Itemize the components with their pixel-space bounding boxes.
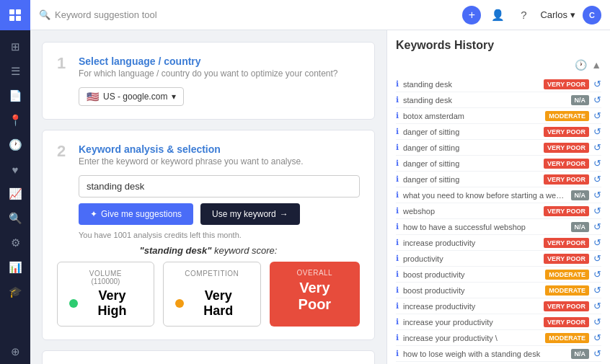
- refresh-icon[interactable]: ↺: [593, 174, 601, 185]
- history-list-item[interactable]: ℹ danger of sitting VERY POOR ↺: [396, 124, 601, 140]
- history-badge: MODERATE: [545, 333, 589, 343]
- history-keyword: danger of sitting: [403, 143, 539, 152]
- history-badge: VERY POOR: [544, 79, 589, 89]
- suggest-button[interactable]: ✦ Give me suggestions: [79, 203, 193, 225]
- nav-icon-search[interactable]: 🔍: [2, 207, 28, 230]
- overall-value: Very Poor: [281, 280, 348, 313]
- info-icon: ℹ: [396, 190, 399, 200]
- nav-icon-chart[interactable]: 📈: [2, 182, 28, 205]
- nav-icon-stats[interactable]: 📊: [2, 256, 28, 279]
- history-badge: VERY POOR: [544, 238, 589, 248]
- refresh-icon[interactable]: ↺: [593, 332, 601, 343]
- history-list-item[interactable]: ℹ increase productivity VERY POOR ↺: [396, 298, 601, 314]
- history-list-item[interactable]: ℹ danger of sitting VERY POOR ↺: [396, 140, 601, 156]
- history-badge: VERY POOR: [544, 317, 589, 327]
- refresh-icon[interactable]: ↺: [593, 348, 601, 359]
- user-menu[interactable]: Carlos ▾: [540, 9, 575, 20]
- info-icon: ℹ: [396, 317, 399, 327]
- avatar[interactable]: C: [583, 6, 601, 25]
- step3-card: 3 Related keywords that might be relevan…: [42, 350, 375, 364]
- refresh-icon[interactable]: ↺: [593, 316, 601, 327]
- history-keyword: what you need to know before starting a …: [403, 191, 567, 200]
- nav-icon-learn[interactable]: 🎓: [2, 280, 28, 303]
- nav-icon-history[interactable]: 🕐: [2, 133, 28, 156]
- history-list-item[interactable]: ℹ what you need to know before starting …: [396, 187, 601, 203]
- use-label: Use my keyword: [212, 209, 276, 219]
- history-list-item[interactable]: ℹ webshop VERY POOR ↺: [396, 203, 601, 219]
- nav-icon-settings2[interactable]: ⚙: [2, 231, 28, 254]
- step1-header: 1 Select language / country For which la…: [57, 56, 360, 79]
- svg-rect-3: [16, 16, 21, 21]
- refresh-icon[interactable]: ↺: [593, 142, 601, 153]
- add-button[interactable]: +: [462, 6, 481, 25]
- language-select[interactable]: 🇺🇸 US - google.com ▾: [79, 87, 184, 106]
- sort-icon[interactable]: 🕐: [575, 59, 587, 71]
- history-list-item[interactable]: ℹ increase productivity VERY POOR ↺: [396, 235, 601, 251]
- refresh-icon[interactable]: ↺: [593, 221, 601, 232]
- history-badge: VERY POOR: [544, 254, 589, 264]
- history-badge: VERY POOR: [544, 301, 589, 311]
- history-badge: N/A: [571, 190, 590, 200]
- help-button[interactable]: ?: [514, 6, 533, 25]
- volume-value: Very High: [69, 288, 142, 319]
- history-badge: VERY POOR: [544, 143, 589, 153]
- history-badge: MODERATE: [545, 270, 589, 280]
- chevron-down-icon: ▾: [570, 9, 575, 20]
- competition-text: Very Hard: [188, 288, 249, 319]
- history-list-item[interactable]: ℹ how to have a successful webshop N/A ↺: [396, 219, 601, 235]
- user-icon-btn[interactable]: 👤: [488, 6, 507, 25]
- history-list-item[interactable]: ℹ standing desk VERY POOR ↺: [396, 76, 601, 92]
- history-list-item[interactable]: ℹ how to lose weigh with a standing desk…: [396, 346, 601, 362]
- history-list-item[interactable]: ℹ botox amsterdam MODERATE ↺: [396, 108, 601, 124]
- refresh-icon[interactable]: ↺: [593, 285, 601, 296]
- step2-number: 2: [57, 143, 68, 159]
- nav-icon-favorite[interactable]: ♥: [2, 158, 28, 181]
- volume-box: VOLUME (110000) Very High: [57, 262, 154, 327]
- nav-logo[interactable]: [0, 0, 30, 30]
- history-list-item[interactable]: ℹ increase your productivity VERY POOR ↺: [396, 314, 601, 330]
- history-list-item[interactable]: ℹ danger of sitting VERY POOR ↺: [396, 172, 601, 187]
- history-badge: N/A: [571, 222, 590, 232]
- step1-title-block: Select language / country For which lang…: [79, 56, 338, 79]
- svg-rect-0: [9, 9, 14, 14]
- info-icon: ℹ: [396, 95, 399, 105]
- history-list-item[interactable]: ℹ productivity VERY POOR ↺: [396, 251, 601, 267]
- refresh-icon[interactable]: ↺: [593, 253, 601, 264]
- info-icon: ℹ: [396, 254, 399, 263]
- history-list-item[interactable]: ℹ danger of sitting VERY POOR ↺: [396, 156, 601, 172]
- nav-icon-grid[interactable]: ⊞: [2, 35, 28, 58]
- topbar: 🔍 Keyword suggestion tool + 👤 ? Carlos ▾…: [30, 0, 610, 30]
- refresh-icon[interactable]: ↺: [593, 110, 601, 121]
- history-list-item[interactable]: ℹ increase your productivity \ MODERATE …: [396, 330, 601, 346]
- refresh-icon[interactable]: ↺: [593, 269, 601, 280]
- history-list-item[interactable]: ℹ standing desk N/A ↺: [396, 92, 601, 108]
- history-keyword: how to lose weigh with a standing desk: [403, 350, 567, 358]
- history-badge: N/A: [571, 349, 590, 359]
- refresh-icon[interactable]: ↺: [593, 126, 601, 137]
- refresh-icon[interactable]: ↺: [593, 94, 601, 105]
- keyword-input[interactable]: [79, 175, 360, 197]
- refresh-icon[interactable]: ↺: [593, 79, 601, 89]
- history-badge: VERY POOR: [544, 174, 589, 185]
- refresh-icon[interactable]: ↺: [593, 158, 601, 169]
- history-keyword: how to have a successful webshop: [403, 223, 567, 231]
- nav-icon-menu[interactable]: ☰: [2, 60, 28, 83]
- refresh-icon[interactable]: ↺: [593, 301, 601, 311]
- nav-icon-add[interactable]: ⊕: [2, 340, 28, 363]
- search-icon: 🔍: [39, 9, 50, 20]
- nav-icon-docs[interactable]: 📄: [2, 84, 28, 107]
- history-list-item[interactable]: ℹ boost productivity MODERATE ↺: [396, 267, 601, 283]
- history-keyword: boost productivity: [403, 286, 541, 295]
- step1-title: Select language / country: [79, 56, 338, 67]
- filter-icon[interactable]: ▲: [591, 59, 601, 71]
- history-list-item[interactable]: ℹ boost productivity MODERATE ↺: [396, 283, 601, 298]
- refresh-icon[interactable]: ↺: [593, 190, 601, 200]
- nav-icon-location[interactable]: 📍: [2, 109, 28, 132]
- overall-box: OVERALL Very Poor: [270, 262, 360, 327]
- use-keyword-button[interactable]: Use my keyword →: [200, 203, 300, 225]
- topbar-actions: + 👤 ? Carlos ▾ C: [462, 6, 601, 25]
- refresh-icon[interactable]: ↺: [593, 205, 601, 216]
- history-keyword: webshop: [403, 207, 539, 216]
- refresh-icon[interactable]: ↺: [593, 237, 601, 248]
- topbar-search: 🔍 Keyword suggestion tool: [39, 9, 455, 20]
